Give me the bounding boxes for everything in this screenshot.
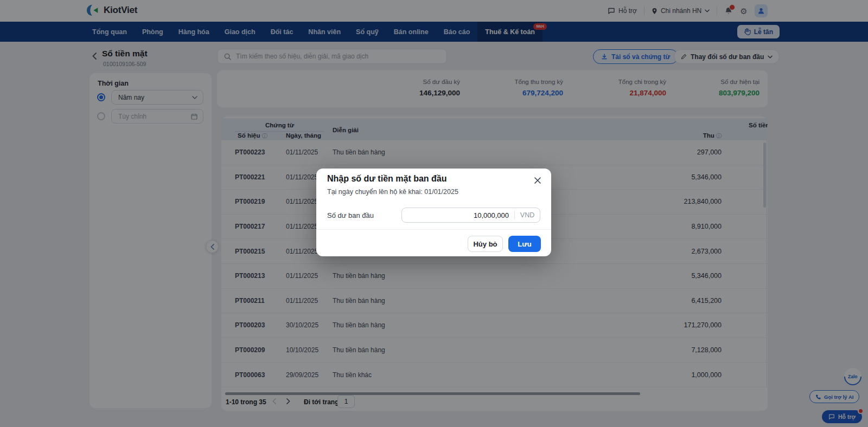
close-icon	[534, 177, 541, 184]
modal-title: Nhập số dư tiền mặt ban đầu	[327, 174, 447, 184]
opening-balance-modal: Nhập số dư tiền mặt ban đầu Tại ngày chu…	[316, 169, 551, 256]
balance-field: VND	[401, 208, 540, 223]
save-button[interactable]: Lưu	[508, 236, 541, 252]
modal-close-button[interactable]	[534, 177, 541, 184]
currency-suffix: VND	[515, 211, 540, 219]
app-window: KiotViet Hỗ trợ Chi nhánh HN	[0, 0, 868, 427]
modal-subtitle: Tại ngày chuyển lên hộ kê khai: 01/01/20…	[327, 188, 458, 196]
balance-field-label: Số dư ban đầu	[327, 211, 374, 219]
cancel-button[interactable]: Hủy bỏ	[468, 236, 503, 252]
balance-input[interactable]	[402, 211, 514, 219]
modal-footer-divider	[316, 229, 551, 230]
